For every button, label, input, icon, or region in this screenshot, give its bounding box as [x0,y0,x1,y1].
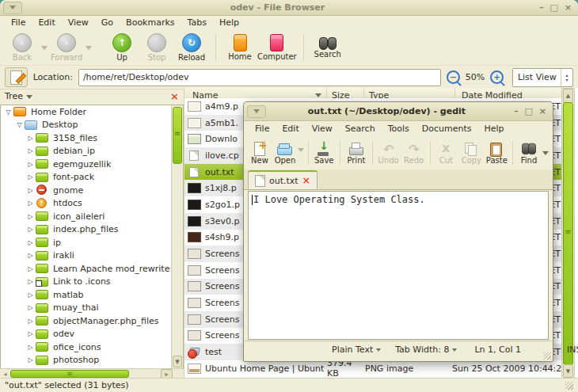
side-pane-close-icon[interactable] [170,90,179,102]
tree-item[interactable]: photoshop [1,354,172,367]
expander-icon[interactable] [25,318,36,325]
cut-button[interactable]: Cut [433,137,458,169]
expander-icon[interactable] [25,304,36,311]
expander-icon[interactable] [25,213,36,220]
expander-icon[interactable] [25,200,36,207]
stop-button[interactable]: Stop [139,31,174,64]
tree-item[interactable]: objectManager.php_files [1,314,172,328]
tab-out-txt[interactable]: out.txt [248,170,318,189]
find-button[interactable]: Find [516,137,542,169]
tree-item[interactable]: 3158_files [1,131,172,145]
expander-icon[interactable] [25,135,36,142]
tree-item[interactable]: egemguzellik [1,158,172,171]
close-button[interactable] [539,106,546,116]
expander-icon[interactable] [25,187,36,194]
expander-icon[interactable] [25,239,36,246]
tree-item[interactable]: Learn Apache mod_rewrite: 13 Real-work [1,262,172,276]
scrollbar-thumb[interactable] [563,102,573,365]
copy-button[interactable]: Copy [458,137,484,169]
menu-item[interactable]: Help [477,122,510,135]
tree-item[interactable]: htdocs [1,197,172,211]
tab-width-selector[interactable]: Tab Width: 8 [395,344,457,355]
tree-item[interactable]: muay_thai [1,302,172,315]
home-button[interactable]: Home [222,31,257,64]
menu-item[interactable]: Tools [382,122,416,135]
menu-item[interactable]: View [306,122,339,135]
tree-item[interactable]: Link to .icons [1,276,172,289]
menu-item[interactable]: Bookmarks [120,16,181,29]
open-button[interactable]: Open [272,137,298,169]
resize-grip[interactable] [565,382,573,390]
minimize-button[interactable] [539,2,544,13]
computer-button[interactable]: Computer [257,31,297,64]
menu-item[interactable]: Tabs [181,16,213,29]
side-pane-title[interactable]: Tree [5,91,23,101]
tree-item[interactable]: icon_aileleri [1,210,172,223]
menu-item[interactable]: View [62,16,95,29]
minimize-button[interactable] [514,106,519,116]
list-vertical-scrollbar[interactable]: ▲ ▼ [561,88,575,379]
toolbar-overflow-icon[interactable] [542,147,549,158]
menu-item[interactable]: Documents [416,122,478,135]
edit-location-button[interactable] [5,67,28,87]
menu-item[interactable]: Go [95,16,120,29]
forward-dropdown-icon[interactable] [84,42,93,53]
file-browser-titlebar[interactable]: odev - File Browser [0,0,578,16]
tree-item[interactable]: debian_ip [1,145,172,158]
file-row[interactable]: Ubuntu Home Page | Ubuntu_125... 379.4 K… [184,360,563,377]
paste-button[interactable]: Paste [484,137,509,169]
zoom-in-icon[interactable]: + [490,70,504,84]
expander-icon[interactable] [25,278,36,285]
side-pane-dropdown-icon[interactable] [26,95,32,102]
window-menu-button[interactable] [247,105,266,118]
undo-button[interactable]: Undo [376,137,401,169]
scroll-down-icon[interactable]: ▼ [563,364,573,378]
menu-item[interactable]: Edit [32,16,61,29]
tab-close-icon[interactable] [302,175,310,186]
expander-icon[interactable] [25,161,36,168]
tree-item[interactable]: irakli [1,249,172,263]
window-menu-button[interactable] [3,2,22,14]
tree-item[interactable]: ofice_icons [1,341,172,354]
zoom-out-icon[interactable]: − [447,70,460,84]
language-selector[interactable]: Plain Text [332,344,381,355]
forward-button[interactable]: › Forward [49,31,84,64]
scrollbar-thumb[interactable] [173,107,182,164]
tree-item[interactable]: matlab [1,288,172,302]
maximize-button[interactable] [549,2,557,13]
expander-icon[interactable] [25,147,36,154]
up-button[interactable]: ↑ Up [105,31,139,64]
tree-item[interactable]: gnome [1,184,172,197]
view-mode-select[interactable]: List View ▴▾ [512,68,573,87]
print-button[interactable]: Print [344,137,369,169]
menu-item[interactable]: File [249,122,276,135]
open-dropdown-icon[interactable] [298,144,305,155]
location-input[interactable]: /home/ret/Desktop/odev [78,69,441,86]
expander-icon[interactable] [25,356,36,363]
menu-item[interactable]: Edit [276,122,305,135]
expander-icon[interactable] [3,108,13,116]
menu-item[interactable]: Help [213,16,245,29]
new-button[interactable]: New [247,137,272,169]
expander-icon[interactable] [25,226,36,233]
menu-item[interactable]: Search [339,122,382,135]
tree-item[interactable]: Desktop [1,119,172,132]
scroll-down-icon[interactable]: ▼ [173,356,182,367]
view-mode-stepper-icon[interactable]: ▴▾ [561,69,572,86]
close-button[interactable] [565,2,572,13]
tree-vertical-scrollbar[interactable]: ▼ [171,105,183,368]
text-editor-area[interactable]: I Love Operating System Class. [248,191,549,340]
gedit-titlebar[interactable]: out.txt (~/Desktop/odev) - gedit [244,102,553,121]
expander-icon[interactable] [25,291,36,299]
resize-grip[interactable] [544,352,551,360]
expander-icon[interactable] [25,344,36,351]
tree-item[interactable]: ip [1,236,172,249]
scrollbar-thumb[interactable] [10,370,129,378]
menu-item[interactable]: File [5,16,32,29]
expander-icon[interactable] [25,330,36,337]
tree-item[interactable]: index.php_files [1,223,172,237]
save-button[interactable]: Save [311,137,337,169]
back-dropdown-icon[interactable] [40,42,49,53]
redo-button[interactable]: Redo [401,137,427,169]
search-button[interactable]: Search [310,31,345,64]
